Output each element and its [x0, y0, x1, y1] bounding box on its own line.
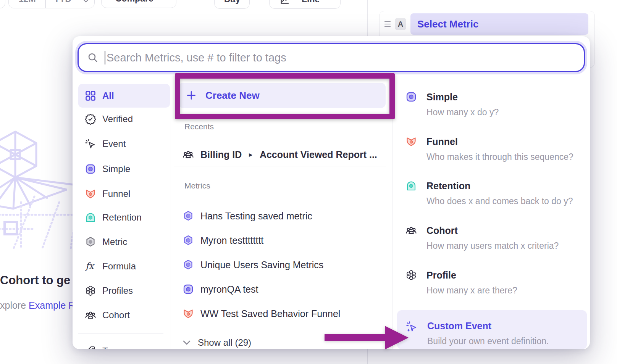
metric-list-item[interactable]: Myron testttttttt [183, 232, 263, 249]
simple-metric-icon [183, 283, 194, 295]
type-description: How many x are there? [426, 285, 517, 296]
metric-search-input[interactable]: Search Metrics, use # to filter to tags [78, 43, 585, 72]
range-12m-button[interactable]: 12M [19, 0, 36, 4]
cohort-people-icon [405, 225, 417, 236]
type-title: Custom Event [427, 320, 549, 332]
category-event[interactable]: Event [78, 133, 170, 155]
interval-label: Day [224, 0, 240, 4]
metric-list-item[interactable]: Hans Testing saved metric [183, 207, 312, 225]
saved-metric-icon [183, 235, 194, 246]
recent-item[interactable]: Billing ID ▸ Account Viewed Report ... [183, 146, 377, 163]
breadcrumb-caret-icon: ▸ [249, 151, 252, 159]
formula-icon: ƒx [85, 261, 96, 272]
funnel-icon [85, 188, 96, 200]
chevron-down-icon [183, 340, 191, 345]
simple-metric-icon [85, 163, 96, 175]
type-description: How many x do y? [426, 107, 499, 118]
category-label: Retention [102, 212, 142, 223]
metric-item-name: myronQA test [200, 284, 258, 295]
category-label: All [102, 90, 114, 101]
recents-metrics-divider [174, 166, 386, 166]
profiles-flower-icon [405, 269, 417, 281]
formula-glyph: ƒx [85, 261, 95, 271]
category-label: Cohort [102, 310, 130, 321]
metric-item-name: Hans Testing saved metric [200, 211, 312, 222]
saved-metric-icon [183, 259, 194, 271]
metric-item-name: Unique Users Saving Metrics [200, 259, 323, 271]
example-reports-link[interactable]: Example R [29, 300, 75, 311]
annotation-arrow-head [385, 326, 409, 350]
category-all[interactable]: All [78, 84, 170, 108]
metric-list-item[interactable]: WW Test Saved Behavior Funnel [183, 305, 340, 322]
date-range-segmented-control[interactable]: 12M YTD [8, 0, 95, 8]
interval-day-button[interactable]: Day [214, 0, 250, 9]
category-metric[interactable]: Metric [78, 231, 170, 253]
category-label: Metric [102, 237, 127, 247]
annotation-box [175, 73, 395, 119]
type-cohort[interactable]: Cohort How many users match x criteria? [405, 224, 589, 251]
sidebar-divider [78, 333, 163, 334]
category-profiles[interactable]: Profiles [78, 280, 170, 301]
modal-column-divider-2 [392, 82, 392, 349]
profiles-flower-icon [85, 285, 96, 296]
category-label: Simple [102, 164, 130, 174]
recents-heading: Recents [184, 122, 214, 131]
drag-handle-icon[interactable] [384, 21, 391, 27]
funnel-icon [183, 308, 194, 319]
chevron-down-icon [83, 0, 89, 3]
category-label: Tags [102, 346, 122, 349]
type-description: Who does x and comes back to do y? [426, 196, 573, 206]
category-label: Profiles [102, 285, 133, 296]
category-retention[interactable]: Retention [78, 207, 170, 228]
category-simple[interactable]: Simple [78, 158, 170, 180]
type-title: Funnel [426, 135, 573, 148]
select-metric-field[interactable]: Select Metric [410, 13, 588, 35]
metric-item-name: WW Test Saved Behavior Funnel [200, 308, 340, 319]
tag-icon [85, 345, 96, 349]
metric-list-item[interactable]: Unique Users Saving Metrics [183, 256, 323, 274]
category-cohort[interactable]: Cohort [78, 304, 170, 326]
type-description: How many users match x criteria? [426, 240, 559, 251]
text-cursor [105, 51, 105, 64]
show-all-label: Show all (29) [198, 337, 251, 348]
toolbar-partial-button[interactable] [0, 0, 5, 8]
chart-type-label: Line [302, 0, 320, 4]
simple-metric-icon [405, 91, 417, 103]
category-label: Event [102, 139, 126, 149]
modal-column-divider-1 [171, 82, 171, 349]
grid-icon [85, 90, 96, 101]
type-title: Cohort [426, 224, 559, 237]
verified-seal-icon [85, 113, 96, 125]
range-ytd-button[interactable]: YTD [54, 0, 71, 4]
type-simple[interactable]: Simple How many x do y? [405, 91, 589, 118]
annotation-arrow-shaft [325, 334, 386, 341]
category-formula[interactable]: ƒx Formula [78, 256, 170, 277]
type-retention[interactable]: Retention Who does x and comes back to d… [405, 180, 589, 206]
category-tags[interactable]: Tags [78, 340, 170, 349]
category-funnel[interactable]: Funnel [78, 183, 170, 205]
type-title: Retention [426, 180, 573, 192]
retention-icon [85, 212, 96, 223]
recent-item-name: Account Viewed Report ... [260, 149, 377, 160]
chart-type-line-button[interactable]: Line [269, 0, 341, 9]
type-funnel[interactable]: Funnel Who makes it through this sequenc… [405, 135, 589, 162]
cohort-people-icon [183, 149, 194, 160]
compare-button[interactable]: Compare [101, 0, 176, 8]
metric-item-name: Myron testttttttt [200, 235, 263, 246]
empty-state-headline: Cohort to ge [0, 274, 73, 287]
type-custom-event[interactable]: Custom Event Build your own event defini… [397, 310, 587, 349]
empty-state-explore-line: xplore Example R [0, 300, 75, 311]
metric-list-item[interactable]: myronQA test [183, 280, 258, 298]
annotation-arrow [325, 326, 412, 350]
category-verified[interactable]: Verified [78, 108, 170, 130]
saved-metric-icon [183, 210, 194, 222]
category-label: Funnel [102, 188, 130, 199]
search-icon [87, 52, 99, 63]
recent-item-source: Billing ID [200, 149, 242, 160]
type-profile[interactable]: Profile How many x are there? [405, 269, 589, 296]
metric-hexagon-icon [85, 236, 96, 248]
show-all-toggle[interactable]: Show all (29) [183, 334, 251, 349]
metrics-heading: Metrics [184, 181, 210, 190]
type-title: Simple [426, 91, 499, 103]
type-title: Profile [426, 269, 517, 281]
